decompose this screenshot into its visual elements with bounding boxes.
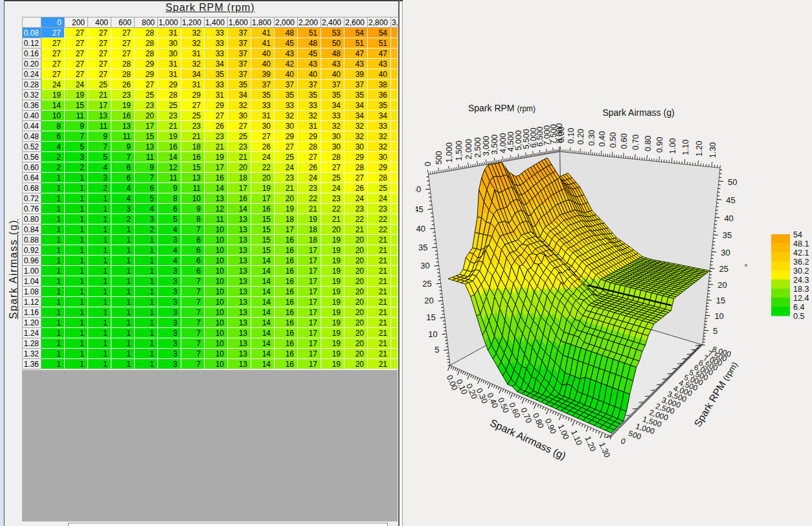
svg-text:1.30: 1.30 (708, 142, 717, 158)
svg-text:0.10: 0.10 (567, 128, 576, 144)
svg-text:35: 35 (418, 243, 427, 252)
svg-text:°: ° (744, 262, 747, 272)
svg-text:1.00: 1.00 (668, 138, 677, 154)
svg-text:20: 20 (717, 280, 727, 290)
svg-text:0.50: 0.50 (609, 132, 618, 148)
svg-text:1,000: 1,000 (445, 142, 454, 162)
svg-text:6.4: 6.4 (793, 303, 804, 312)
svg-text:Spark Airmass (g): Spark Airmass (g) (602, 107, 674, 118)
svg-text:1.10: 1.10 (681, 140, 690, 155)
svg-text:0.00: 0.00 (557, 127, 566, 142)
svg-text:2,000: 2,000 (464, 139, 473, 159)
svg-text:36.2: 36.2 (793, 258, 809, 267)
svg-text:0.30: 0.30 (587, 130, 596, 146)
svg-text:2,500: 2,500 (473, 137, 482, 157)
svg-text:1,500: 1,500 (455, 140, 464, 160)
svg-text:1.20: 1.20 (695, 141, 704, 157)
svg-text:3,000: 3,000 (482, 136, 491, 156)
svg-text:0.40: 0.40 (598, 131, 607, 146)
svg-text:48.1: 48.1 (793, 239, 809, 248)
svg-text:54: 54 (793, 230, 802, 239)
svg-text:30.2: 30.2 (793, 267, 809, 276)
svg-text:0.20: 0.20 (576, 129, 585, 144)
svg-text:18.3: 18.3 (793, 285, 809, 294)
svg-text:25: 25 (719, 264, 728, 274)
svg-text:50: 50 (728, 177, 737, 187)
svg-text:45: 45 (726, 195, 735, 205)
svg-text:30: 30 (721, 248, 730, 258)
svg-text:0.60: 0.60 (620, 133, 629, 149)
svg-text:0.70: 0.70 (631, 135, 640, 150)
svg-text:24.3: 24.3 (793, 276, 809, 285)
svg-text:35: 35 (723, 230, 732, 240)
svg-text:20: 20 (424, 296, 433, 305)
svg-text:Spark RPM (rpm): Spark RPM (rpm) (468, 103, 536, 113)
svg-text:25: 25 (422, 279, 431, 289)
svg-text:5: 5 (713, 326, 717, 336)
svg-text:40: 40 (416, 224, 425, 234)
svg-text:15: 15 (716, 296, 725, 305)
svg-text:0: 0 (423, 162, 433, 166)
svg-text:500: 500 (434, 151, 444, 164)
svg-text:0.5: 0.5 (793, 312, 804, 321)
svg-text:30: 30 (420, 261, 429, 270)
svg-text:15: 15 (426, 312, 435, 322)
svg-text:12.4: 12.4 (793, 294, 809, 303)
svg-text:42.1: 42.1 (793, 248, 809, 258)
svg-text:40: 40 (724, 214, 733, 223)
svg-text:0.80: 0.80 (644, 136, 653, 151)
svg-text:10: 10 (428, 329, 437, 339)
svg-text:5: 5 (434, 345, 439, 355)
svg-text:10: 10 (714, 311, 723, 321)
svg-text:0.90: 0.90 (655, 137, 664, 153)
